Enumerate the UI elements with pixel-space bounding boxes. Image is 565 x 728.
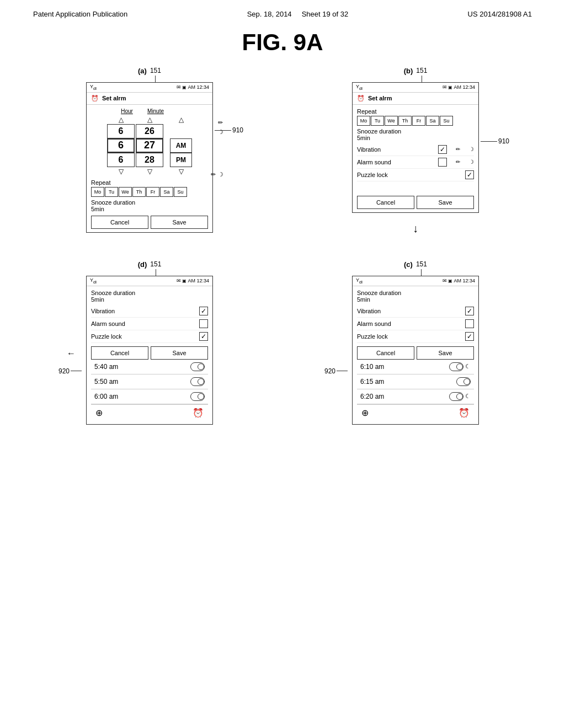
alarm-item-c-3: 6:20 am ☾ [357, 389, 474, 404]
vibration-row-d: Vibration ✓ [91, 305, 208, 318]
patent-header: Patent Application Publication Sep. 18, … [0, 0, 565, 24]
day-mo[interactable]: Mo [91, 187, 104, 197]
time-display-c: AM 12:34 [454, 278, 475, 283]
alarm-toggle-c-2[interactable] [456, 377, 471, 386]
alarm-item-d-2: 5:50 am [91, 374, 208, 389]
minute-label: Minute [141, 108, 170, 114]
cancel-button-b[interactable]: Cancel [357, 196, 414, 209]
repeat-label-b: Repeat [357, 108, 474, 115]
panel-d-diagram: Ydl ✉ ▣ AM 12:34 Snooze duration [86, 276, 213, 425]
alarm-toggle-d-3[interactable] [190, 392, 205, 401]
day-buttons-b: Mo Tu We Th Fr Sa Su [357, 116, 474, 126]
top-row: (a) 151 Ydl ✉ ▣ AM 12 [22, 67, 543, 233]
day-we[interactable]: We [119, 187, 132, 197]
alarm-sound-checkbox-b[interactable] [438, 158, 447, 167]
delete-alarm-icon-c[interactable]: ⏰ [459, 408, 470, 418]
save-button-d[interactable]: Save [151, 346, 208, 360]
ampm-down-arrow[interactable]: ▽ [170, 167, 192, 176]
cancel-button-d[interactable]: Cancel [91, 346, 148, 360]
day-fr-b[interactable]: Fr [412, 116, 425, 126]
day-tu-b[interactable]: Tu [371, 116, 384, 126]
minute-cell-selected: 27 [136, 138, 163, 153]
hour-cell-selected: 6 [107, 138, 135, 153]
save-button-a[interactable]: Save [151, 216, 208, 229]
panel-a-ref: 151 [150, 67, 161, 74]
vibration-checkbox-c[interactable]: ✓ [465, 307, 474, 315]
day-fr[interactable]: Fr [146, 187, 159, 197]
panel-a-ref-container: 151 [150, 67, 161, 82]
battery-icon-b: ▣ [448, 85, 452, 90]
hour-down-arrow[interactable]: ▽ [107, 167, 135, 176]
alarm-toggle-d-1[interactable] [190, 362, 205, 371]
vibration-checkbox-d[interactable]: ✓ [199, 307, 208, 315]
pencil-icon-vib: ✏ [456, 146, 460, 152]
day-su[interactable]: Su [174, 187, 187, 197]
day-we-b[interactable]: We [385, 116, 398, 126]
snooze-section-b: Snooze duration 5min [357, 128, 474, 141]
day-th-b[interactable]: Th [398, 116, 412, 126]
day-sa-b[interactable]: Sa [426, 116, 439, 126]
moon-icon-vib: ☽ [469, 146, 474, 152]
panel-b-content: Repeat Mo Tu We Th Fr Sa Su [353, 105, 478, 212]
day-tu[interactable]: Tu [105, 187, 118, 197]
panel-a-phone: Ydl ✉ ▣ AM 12:34 ⏰ Set alrm [86, 82, 213, 233]
hour-label: Hour [113, 108, 141, 114]
cancel-button-a[interactable]: Cancel [91, 216, 148, 229]
day-sa[interactable]: Sa [160, 187, 173, 197]
time-row-up: △ △ △ [107, 115, 192, 124]
panel-c-content: Snooze duration 5min Vibration ✓ Alarm s… [353, 286, 478, 424]
panel-b-label: (b) [404, 67, 413, 75]
time-display-d: AM 12:34 [188, 278, 209, 283]
ampm-up-arrow[interactable]: △ [170, 115, 192, 124]
save-button-c[interactable]: Save [417, 346, 474, 360]
puzzle-lock-checkbox-d[interactable]: ✓ [199, 332, 208, 341]
alarm-item-c-1: 6:10 am ☾ [357, 360, 474, 374]
puzzle-lock-checkbox-c[interactable]: ✓ [465, 332, 474, 341]
panel-b-diagram: Ydl ✉ ▣ AM 12:34 ⏰ Set alrm [352, 82, 479, 213]
signal-icon-d: Ydl [90, 277, 97, 285]
toggle-thumb-c-1 [456, 363, 463, 370]
alarm-toggle-d-2[interactable] [190, 377, 205, 386]
alarm-sound-checkbox-d[interactable] [199, 319, 208, 328]
snooze-section-d: Snooze duration 5min [91, 290, 208, 303]
minute-up-arrow[interactable]: △ [136, 115, 163, 124]
signal-icon-c: Ydl [356, 277, 363, 285]
hour-up-arrow[interactable]: △ [107, 115, 135, 124]
header-right: US 2014/281908 A1 [468, 10, 532, 18]
add-alarm-icon-c[interactable]: ⊕ [361, 408, 369, 418]
vibration-row-b: Vibration ✓ ✏ ☽ [357, 143, 474, 156]
alarm-toggle-c-1[interactable] [449, 362, 463, 371]
toggle-thumb-c-2 [463, 378, 470, 385]
alarm-toggle-c-3[interactable] [449, 392, 463, 401]
panel-d-ref: 151 [150, 260, 161, 268]
panel-c-label: (c) [404, 260, 413, 269]
battery-icon-d: ▣ [182, 279, 186, 283]
save-button-b[interactable]: Save [417, 196, 474, 209]
signal-icon: Ydl [90, 84, 97, 91]
content-area: (a) 151 Ydl ✉ ▣ AM 12 [0, 67, 565, 425]
vibration-checkbox-b[interactable]: ✓ [438, 145, 447, 154]
day-su-b[interactable]: Su [440, 116, 453, 126]
alarm-item-d-3: 6:00 am [91, 389, 208, 404]
day-th[interactable]: Th [132, 187, 146, 197]
panel-a-label: (a) [138, 67, 147, 75]
header-center: Sep. 18, 2014 Sheet 19 of 32 [247, 10, 349, 18]
delete-alarm-icon-d[interactable]: ⏰ [193, 408, 204, 418]
toggle-thumb-d-2 [198, 378, 204, 385]
puzzle-lock-checkbox-b[interactable]: ✓ [465, 170, 474, 179]
day-mo-b[interactable]: Mo [357, 116, 370, 126]
time-row-1: 6 26 [107, 124, 192, 138]
minute-down-arrow[interactable]: ▽ [136, 167, 163, 176]
panel-d-phone: Ydl ✉ ▣ AM 12:34 Snooze duration [86, 276, 213, 425]
panel-c-ref-container: 151 [416, 260, 427, 276]
alarm-sound-checkbox-c[interactable] [465, 319, 474, 328]
alarm-icon: ⏰ [91, 95, 99, 102]
alarm-sound-row-d: Alarm sound [91, 318, 208, 330]
battery-icon-c: ▣ [448, 279, 452, 283]
cancel-button-c[interactable]: Cancel [357, 346, 414, 360]
pencil-icon-as: ✏ [456, 159, 460, 165]
add-alarm-icon-d[interactable]: ⊕ [95, 408, 103, 418]
time-display: AM 12:34 [188, 84, 209, 90]
puzzle-lock-row-b: Puzzle lock ✓ [357, 169, 474, 181]
pencil-icon: ✏ [218, 119, 223, 126]
